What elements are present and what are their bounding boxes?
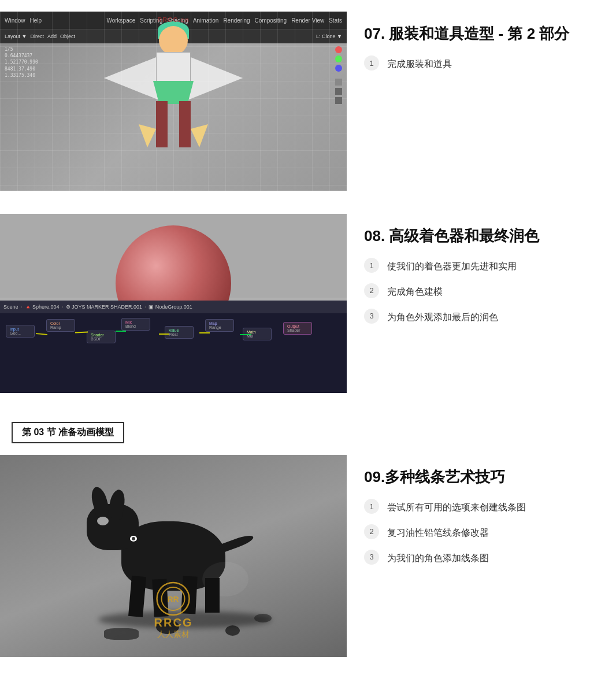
- char-skirt: [153, 81, 194, 104]
- donkey-leg-1: [128, 576, 146, 617]
- node-box: Mix Blend: [121, 318, 150, 331]
- node-wire: [36, 333, 47, 335]
- lesson-08-title: 08. 高级着色器和最终润色: [364, 225, 599, 246]
- lesson-09-title: 09.多种线条艺术技巧: [364, 466, 599, 487]
- list-item: 1 尝试所有可用的选项来创建线条图: [364, 499, 599, 515]
- node-wire: [199, 332, 210, 333]
- breadcrumb-nodegroup: ▣ NodeGroup.001: [149, 304, 192, 310]
- lesson-09-items: 1 尝试所有可用的选项来创建线条图 2 复习油性铅笔线条修改器 3 为我们的角色…: [364, 499, 599, 565]
- donkey-leg-4: [205, 578, 220, 613]
- lesson-07-items: 1 完成服装和道具: [364, 55, 599, 72]
- node-box: Map Range: [205, 319, 234, 332]
- lesson-09-thumbnail: RR RRCG 人人素材: [0, 455, 347, 657]
- item-text-1: 尝试所有可用的选项来创建线条图: [387, 499, 526, 515]
- lesson-08-items: 1 使我们的着色器更加先进和实用 2 完成角色建模 3 为角色外观添加最后的润色: [364, 258, 599, 324]
- list-item: 2 复习油性铅笔线条修改器: [364, 524, 599, 540]
- lesson-09-row: RR RRCG 人人素材 09.多种线条艺术技巧 1 尝试所有可用的选项来创建线…: [0, 455, 616, 657]
- ink-spot: [104, 628, 139, 640]
- watermark-logo-icon: RR: [156, 581, 191, 616]
- lesson-08-info: 08. 高级着色器和最终润色 1 使我们的着色器更加先进和实用 2 完成角色建模…: [347, 214, 616, 336]
- item-number-1: 1: [364, 55, 379, 71]
- control-icon: [335, 79, 342, 86]
- char-head: [159, 26, 188, 55]
- control-dot-red: [335, 46, 342, 53]
- wing-left: [104, 55, 162, 101]
- node-canvas: Input Geo... Color Ramp Shader BSDF Mix …: [0, 313, 347, 393]
- node-box: Color Ramp: [46, 319, 75, 332]
- item-text-1: 使我们的着色器更加先进和实用: [387, 258, 517, 274]
- node-box: Shader BSDF: [87, 331, 116, 343]
- lesson-07-info: 07. 服装和道具造型 - 第 2 部分 1 完成服装和道具: [347, 12, 616, 83]
- control-dot-blue: [335, 65, 342, 72]
- char-leg-left: [156, 101, 168, 147]
- viewport-stats: 1/5 0.64437437 1.521770.990 8481.37.490 …: [5, 46, 38, 79]
- item-text-3: 为我们的角色添加线条图: [387, 550, 489, 566]
- breadcrumb-scene: Scene: [3, 304, 18, 310]
- control-icon-3: [335, 97, 342, 104]
- node-box: Input Geo...: [6, 325, 35, 338]
- node-editor: Scene › 🔺 Sphere.004 › ⚙ JOYS MARKER SHA…: [0, 301, 347, 393]
- ink-spot: [225, 625, 240, 636]
- list-item: 2 完成角色建模: [364, 283, 599, 299]
- lesson-07-title: 07. 服装和道具造型 - 第 2 部分: [364, 23, 599, 44]
- list-item: 1 完成服装和道具: [364, 55, 599, 72]
- item-text-2: 复习油性铅笔线条修改器: [387, 524, 489, 540]
- node-wire: [75, 331, 88, 333]
- node-wire: [240, 334, 251, 335]
- section-03-header: 第 03 节 准备动画模型: [12, 422, 124, 443]
- control-dot-green: [335, 55, 342, 62]
- node-wire: [116, 331, 126, 332]
- page-wrapper: Window Help Workspace Scripting Shading …: [0, 0, 616, 682]
- item-number-3: 3: [364, 550, 379, 565]
- viewport-controls: [335, 46, 342, 104]
- donkey-face-marking: [97, 517, 109, 525]
- donkey-eye: [130, 536, 137, 542]
- donkey-tail: [219, 533, 255, 553]
- lesson-07-thumbnail: Window Help Workspace Scripting Shading …: [0, 12, 347, 191]
- node-wire: [159, 333, 169, 335]
- node-box-output: Output Shader: [283, 322, 312, 335]
- item-number-1: 1: [364, 499, 379, 514]
- list-item: 1 使我们的着色器更加先进和实用: [364, 258, 599, 274]
- shader-preview-upper: [0, 214, 347, 298]
- lesson-08-thumbnail: Scene › 🔺 Sphere.004 › ⚙ JOYS MARKER SHA…: [0, 214, 347, 393]
- node-box: Value Float: [165, 326, 194, 339]
- watermark-top: RRCG.cn: [157, 16, 189, 23]
- list-item: 3 为我们的角色添加线条图: [364, 550, 599, 566]
- lesson-08-row: Scene › 🔺 Sphere.004 › ⚙ JOYS MARKER SHA…: [0, 214, 616, 393]
- watermark-rrcg-text: RRCG: [154, 616, 193, 629]
- breadcrumb-shader: ⚙ JOYS MARKER SHADER.001: [66, 304, 143, 310]
- svg-text:RR: RR: [168, 595, 179, 604]
- watermark-bottom: RR RRCG 人人素材: [154, 581, 193, 640]
- lesson-07-row: Window Help Workspace Scripting Shading …: [0, 12, 616, 191]
- breadcrumb-bar: Scene › 🔺 Sphere.004 › ⚙ JOYS MARKER SHA…: [0, 301, 347, 313]
- char-leg-right: [179, 101, 191, 147]
- list-item: 3 为角色外观添加最后的润色: [364, 309, 599, 325]
- lesson-09-info: 09.多种线条艺术技巧 1 尝试所有可用的选项来创建线条图 2 复习油性铅笔线条…: [347, 455, 616, 577]
- wing-right: [185, 55, 243, 101]
- char-horn-left: [139, 124, 156, 147]
- ink-spot: [254, 614, 272, 622]
- char-horn-right: [191, 124, 208, 147]
- item-number-1: 1: [364, 258, 379, 273]
- item-text-3: 为角色外观添加最后的润色: [387, 309, 498, 325]
- item-number-2: 2: [364, 283, 379, 298]
- character-model: [127, 26, 220, 176]
- item-text-1: 完成服装和道具: [387, 55, 452, 72]
- breadcrumb-sphere: 🔺 Sphere.004: [25, 304, 60, 310]
- item-number-3: 3: [364, 309, 379, 324]
- section-03-header-wrapper: 第 03 节 准备动画模型: [0, 416, 616, 455]
- item-number-2: 2: [364, 524, 379, 539]
- watermark-sub-text: 人人素材: [157, 629, 190, 640]
- control-icon-2: [335, 88, 342, 95]
- item-text-2: 完成角色建模: [387, 283, 443, 299]
